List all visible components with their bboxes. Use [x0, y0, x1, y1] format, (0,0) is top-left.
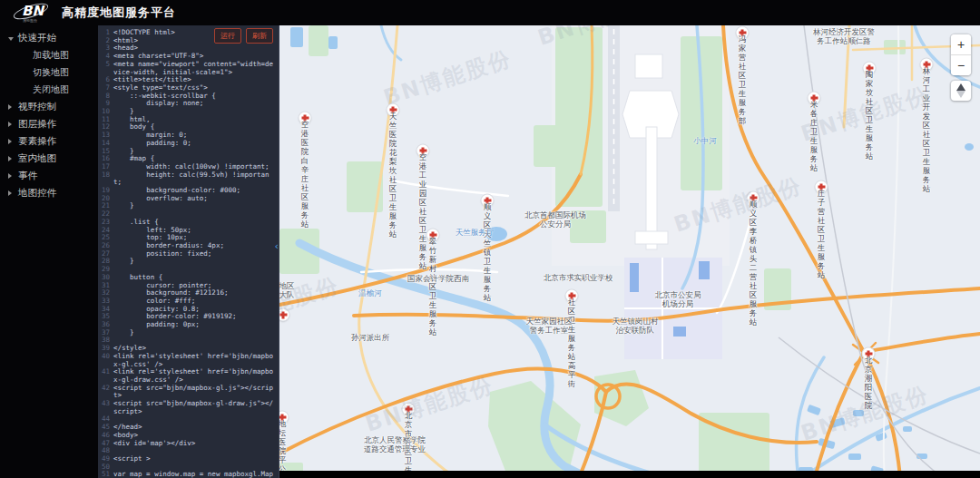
sidebar-subitem-1-2[interactable]: 切换地图 [0, 63, 98, 81]
sidebar-item-label: 要素操作 [18, 135, 56, 146]
map-compass-button[interactable] [951, 81, 971, 101]
caret-right-icon [8, 173, 12, 179]
map-bottom-gap [279, 471, 980, 478]
caret-right-icon [8, 139, 12, 144]
sidebar-item-7[interactable]: 地图控件 [0, 184, 98, 201]
code-lines[interactable]: 1<!DOCTYPE html>2<html>3<head>4<meta cha… [98, 29, 279, 478]
code-line: 5<meta name="viewport" content="width=de… [98, 61, 279, 76]
line-text: } [113, 329, 279, 337]
code-line: 42<script src="bjbn/mapbox-gl.js"></scri… [98, 385, 279, 400]
line-text: <script > [113, 455, 279, 463]
editor-toolbar: 运行 刷新 [214, 28, 273, 44]
caret-down-icon [8, 37, 14, 41]
line-text: padding: 0px; [113, 321, 279, 329]
code-line: 41<link rel='stylesheet' href='bjbn/mapb… [98, 368, 279, 384]
sidebar-item-label: 室内地图 [18, 152, 56, 163]
sidebar-item-label: 地图控件 [18, 187, 56, 198]
compass-needle-icon [956, 91, 965, 98]
line-text: } [113, 258, 279, 266]
line-text: display: none; [113, 100, 279, 108]
brand-logo: BN 博能股份 [11, 0, 53, 25]
line-text: var map = window.map = new mapboxgl.Map(… [113, 471, 279, 478]
line-number: 51 [98, 471, 113, 478]
sidebar-item-label: 图层操作 [18, 118, 56, 129]
line-text: <script src="bjbn/mapbox-gl.js"></script… [113, 385, 279, 400]
sidebar-item-2[interactable]: 视野控制 [0, 98, 98, 115]
refresh-button[interactable]: 刷新 [246, 28, 273, 44]
app-header: BN 博能股份 高精度地图服务平台 [0, 0, 980, 25]
sidebar-item-label: 视野控制 [18, 101, 56, 112]
code-line: 47<div id='map'></div> [98, 440, 279, 448]
line-text: <div id='map'></div> [113, 440, 279, 448]
line-text: height: calc(99.5vh) !important; [113, 171, 279, 187]
line-text: <meta name="viewport" content="width=dev… [113, 61, 279, 76]
code-editor[interactable]: 运行 刷新 1<!DOCTYPE html>2<html>3<head>4<me… [98, 25, 279, 478]
caret-right-icon [8, 104, 12, 110]
collapse-editor-handle[interactable]: ‹ [275, 241, 279, 251]
line-text: padding: 0; [113, 140, 279, 148]
map-zoom-in-button[interactable]: + [951, 34, 971, 54]
code-line: 21 } [98, 202, 279, 210]
sidebar-item-label: 事件 [18, 170, 37, 180]
caret-right-icon [8, 122, 12, 127]
sidebar-item-1[interactable]: 快速开始 [0, 29, 98, 46]
line-number: 18 [98, 171, 113, 187]
line-text: <script src="bjbn/mapbox-gl-draw.js"></s… [113, 400, 279, 415]
code-line: 51var map = window.map = new mapboxgl.Ma… [98, 471, 279, 478]
line-number: 40 [98, 353, 113, 368]
caret-right-icon [8, 190, 12, 196]
map-zoom-out-button[interactable]: − [951, 55, 971, 75]
line-text: overflow: auto; [113, 195, 279, 203]
sidebar-subitem-1-3[interactable]: 关闭地图 [0, 81, 98, 98]
sidebar-item-6[interactable]: 事件 [0, 167, 98, 184]
line-text: </head> [113, 424, 279, 432]
logo-subtext: 博能股份 [23, 18, 37, 23]
code-line: 43<script src="bjbn/mapbox-gl-draw.js"><… [98, 400, 279, 415]
caret-right-icon [8, 156, 12, 161]
line-text: } [113, 202, 279, 210]
compass-needle-icon [956, 83, 965, 91]
code-line: 18 height: calc(99.5vh) !important; [98, 171, 279, 187]
run-button[interactable]: 运行 [214, 28, 241, 44]
code-line: 40<link rel='stylesheet' href='bjbn/mapb… [98, 353, 279, 368]
line-number: 41 [98, 368, 113, 384]
map-controls: + − [951, 34, 971, 104]
line-text: <link rel='stylesheet' href='bjbn/mapbox… [113, 353, 279, 368]
page-title: 高精度地图服务平台 [62, 5, 176, 21]
sidebar-subitem-1-1[interactable]: 加载地图 [0, 46, 98, 63]
sidebar-item-4[interactable]: 要素操作 [0, 132, 98, 150]
code-line: 49<script > [98, 455, 279, 463]
line-text: position: fixed; [113, 250, 279, 259]
line-number: 5 [98, 61, 113, 76]
app-window: 空港医院白辛 庄社区服务站天竺医院花梨坎 社区卫生服务站空港工业园区社 区卫生服… [0, 0, 980, 478]
sidebar-item-5[interactable]: 室内地图 [0, 150, 98, 167]
line-number: 42 [98, 385, 113, 400]
sidebar-item-3[interactable]: 图层操作 [0, 115, 98, 132]
logo-text: BN [22, 3, 44, 19]
line-number: 43 [98, 400, 113, 415]
code-line: 28 } [98, 258, 279, 266]
code-line: 37 } [98, 329, 279, 337]
line-text: <link rel='stylesheet' href='bjbn/mapbox… [113, 368, 279, 384]
sidebar: 快速开始加载地图切换地图关闭地图视野控制图层操作要素操作室内地图事件地图控件 [0, 25, 98, 478]
sidebar-item-label: 快速开始 [18, 32, 56, 43]
